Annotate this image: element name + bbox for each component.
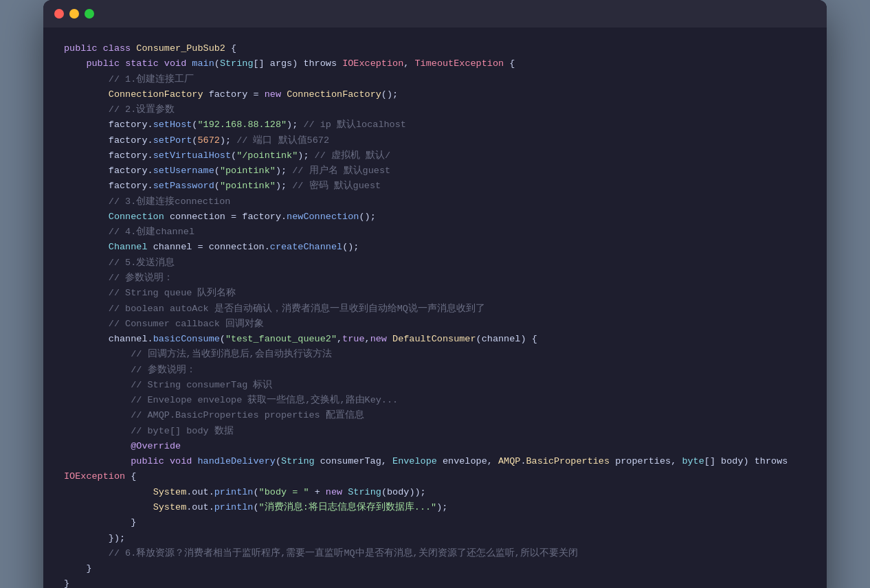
close-button[interactable]: [54, 9, 64, 19]
titlebar: [43, 0, 827, 27]
code-window: public class Consumer_PubSub2 { public s…: [43, 0, 827, 588]
minimize-button[interactable]: [69, 9, 79, 19]
maximize-button[interactable]: [85, 9, 94, 19]
code-editor: public class Consumer_PubSub2 { public s…: [43, 27, 827, 588]
